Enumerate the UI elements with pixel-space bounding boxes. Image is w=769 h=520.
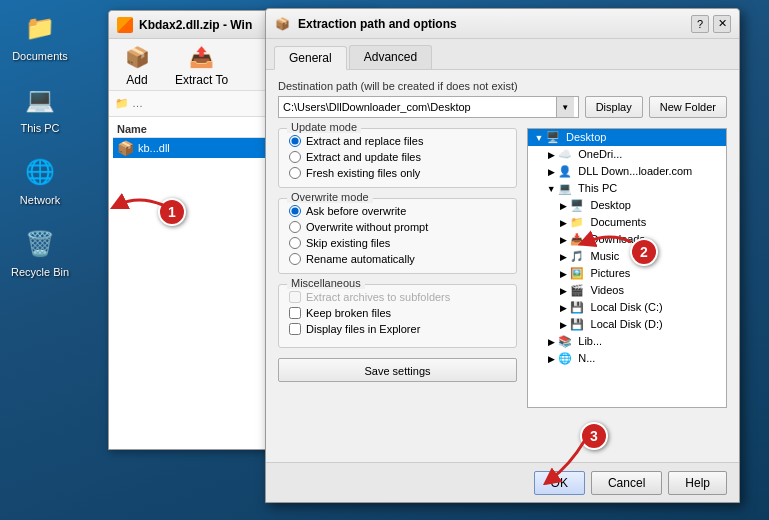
tree-item-n[interactable]: ▶🌐 N... (528, 350, 726, 367)
recycle-bin-label: Recycle Bin (11, 266, 69, 278)
help-title-btn[interactable]: ? (691, 15, 709, 33)
path-combo[interactable]: C:\Users\DllDownloader_com\Desktop ▼ (278, 96, 579, 118)
dialog-content: Destination path (will be created if doe… (266, 70, 739, 418)
tree-item-videos[interactable]: ▶🎬 Videos (528, 282, 726, 299)
save-settings-button[interactable]: Save settings (278, 358, 517, 382)
documents-label: Documents (12, 50, 68, 62)
tree-item-lib[interactable]: ▶📚 Lib... (528, 333, 726, 350)
radio-skip-existing-input[interactable] (289, 237, 301, 249)
tree-item-local-disk-d[interactable]: ▶💾 Local Disk (D:) (528, 316, 726, 333)
add-button[interactable]: 📦 Add (115, 39, 159, 91)
display-button[interactable]: Display (585, 96, 643, 118)
this-pc-label: This PC (20, 122, 59, 134)
desktop-icon-documents[interactable]: 📁 Documents (10, 10, 70, 62)
radio-extract-replace[interactable]: Extract and replace files (289, 135, 506, 147)
tree-item-onedrive[interactable]: ▶☁️ OneDri... (528, 146, 726, 163)
folder-tree[interactable]: ▼🖥️ Desktop ▶☁️ OneDri... ▶👤 DLL Down...… (527, 128, 727, 408)
radio-skip-existing[interactable]: Skip existing files (289, 237, 506, 249)
radio-rename-auto-input[interactable] (289, 253, 301, 265)
radio-ask-before-label: Ask before overwrite (306, 205, 406, 217)
tab-advanced[interactable]: Advanced (349, 45, 432, 69)
explorer-title: Kbdax2.dll.zip - Win (139, 18, 252, 32)
destination-path-controls: C:\Users\DllDownloader_com\Desktop ▼ Dis… (278, 96, 727, 118)
dialog-footer: OK Cancel Help (266, 462, 739, 502)
destination-label: Destination path (will be created if doe… (278, 80, 727, 92)
radio-fresh-existing-label: Fresh existing files only (306, 167, 420, 179)
destination-path-row: Destination path (will be created if doe… (278, 80, 727, 118)
network-icon: 🌐 (22, 154, 58, 190)
dialog-titlebar: 📦 Extraction path and options ? ✕ (266, 9, 739, 39)
ok-button[interactable]: OK (534, 471, 585, 495)
dialog-right-col: ▼🖥️ Desktop ▶☁️ OneDri... ▶👤 DLL Down...… (527, 128, 727, 408)
desktop-icon-recycle-bin[interactable]: 🗑️ Recycle Bin (10, 226, 70, 278)
radio-extract-update-input[interactable] (289, 151, 301, 163)
extract-label: Extract To (175, 73, 228, 87)
desktop: 📁 Documents 💻 This PC 🌐 Network 🗑️ Recyc… (0, 0, 769, 520)
extraction-dialog: 📦 Extraction path and options ? ✕ Genera… (265, 8, 740, 503)
path-combo-text: C:\Users\DllDownloader_com\Desktop (283, 101, 556, 113)
radio-extract-replace-label: Extract and replace files (306, 135, 423, 147)
this-pc-icon: 💻 (22, 82, 58, 118)
documents-icon: 📁 (22, 10, 58, 46)
close-title-btn[interactable]: ✕ (713, 15, 731, 33)
tree-item-dlldownloader[interactable]: ▶👤 DLL Down...loader.com (528, 163, 726, 180)
checkbox-keep-broken[interactable]: Keep broken files (289, 307, 506, 319)
tab-general[interactable]: General (274, 46, 347, 70)
tree-item-desktop[interactable]: ▶🖥️ Desktop (528, 197, 726, 214)
update-mode-title: Update mode (287, 121, 361, 133)
name-column-header: Name (117, 123, 147, 135)
dialog-title-text: Extraction path and options (298, 17, 457, 31)
recycle-bin-icon: 🗑️ (22, 226, 58, 262)
circle-1: 1 (158, 198, 186, 226)
checkbox-extract-subfolders-input (289, 291, 301, 303)
circle-3: 3 (580, 422, 608, 450)
path-combo-arrow[interactable]: ▼ (556, 97, 574, 117)
help-button[interactable]: Help (668, 471, 727, 495)
radio-rename-auto[interactable]: Rename automatically (289, 253, 506, 265)
checkbox-keep-broken-input[interactable] (289, 307, 301, 319)
tree-item-music[interactable]: ▶🎵 Music (528, 248, 726, 265)
tree-item-local-disk-c[interactable]: ▶💾 Local Disk (C:) (528, 299, 726, 316)
radio-overwrite-without-input[interactable] (289, 221, 301, 233)
checkbox-extract-subfolders: Extract archives to subfolders (289, 291, 506, 303)
miscellaneous-title: Miscellaneous (287, 277, 365, 289)
address-text: 📁 … (115, 97, 143, 110)
new-folder-button[interactable]: New Folder (649, 96, 727, 118)
add-label: Add (126, 73, 147, 87)
desktop-icon-this-pc[interactable]: 💻 This PC (10, 82, 70, 134)
file-icon: 📦 (117, 140, 134, 156)
radio-extract-replace-input[interactable] (289, 135, 301, 147)
radio-fresh-existing-input[interactable] (289, 167, 301, 179)
file-name: kb...dll (138, 142, 170, 154)
radio-ask-before-input[interactable] (289, 205, 301, 217)
cancel-button[interactable]: Cancel (591, 471, 662, 495)
checkbox-display-explorer-input[interactable] (289, 323, 301, 335)
radio-overwrite-without[interactable]: Overwrite without prompt (289, 221, 506, 233)
radio-extract-update-label: Extract and update files (306, 151, 421, 163)
radio-ask-before[interactable]: Ask before overwrite (289, 205, 506, 217)
radio-skip-existing-label: Skip existing files (306, 237, 390, 249)
extract-to-button[interactable]: 📤 Extract To (167, 39, 236, 91)
winrar-icon (117, 17, 133, 33)
radio-rename-auto-label: Rename automatically (306, 253, 415, 265)
tree-item-this-pc[interactable]: ▼💻 This PC (528, 180, 726, 197)
dialog-title-controls: ? ✕ (691, 15, 731, 33)
checkbox-extract-subfolders-label: Extract archives to subfolders (306, 291, 450, 303)
network-label: Network (20, 194, 60, 206)
dialog-two-col: Update mode Extract and replace files Ex… (278, 128, 727, 408)
tree-item-downloads[interactable]: ▶📥 Downloads (528, 231, 726, 248)
radio-fresh-existing[interactable]: Fresh existing files only (289, 167, 506, 179)
checkbox-keep-broken-label: Keep broken files (306, 307, 391, 319)
radio-extract-update[interactable]: Extract and update files (289, 151, 506, 163)
add-icon: 📦 (123, 43, 151, 71)
miscellaneous-group: Miscellaneous Extract archives to subfol… (278, 284, 517, 348)
overwrite-mode-group: Overwrite mode Ask before overwrite Over… (278, 198, 517, 274)
dialog-left-col: Update mode Extract and replace files Ex… (278, 128, 517, 408)
desktop-icon-network[interactable]: 🌐 Network (10, 154, 70, 206)
tree-item-pictures[interactable]: ▶🖼️ Pictures (528, 265, 726, 282)
tree-item-desktop-root[interactable]: ▼🖥️ Desktop (528, 129, 726, 146)
checkbox-display-explorer[interactable]: Display files in Explorer (289, 323, 506, 335)
tree-item-documents[interactable]: ▶📁 Documents (528, 214, 726, 231)
dialog-title-icon: 📦 (274, 16, 290, 32)
extract-icon: 📤 (188, 43, 216, 71)
